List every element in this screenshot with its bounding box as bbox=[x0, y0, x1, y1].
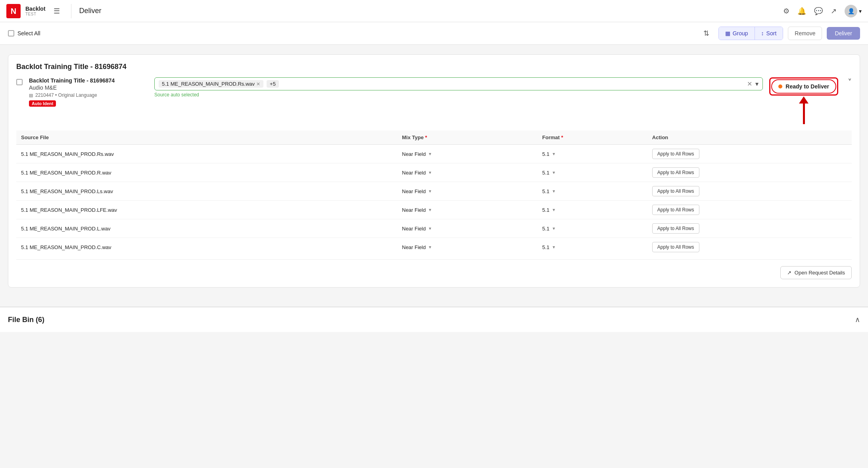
source-auto-text: Source auto selected bbox=[154, 92, 763, 98]
cell-format: 5.1 ▾ bbox=[538, 219, 647, 238]
toolbar: Select All ⇅ ▦ Group ↕ Sort Remove Deliv… bbox=[0, 22, 868, 45]
avatar-chevron-icon: ▾ bbox=[859, 8, 862, 14]
format-dropdown-icon[interactable]: ▾ bbox=[553, 170, 555, 175]
item-info: Backlot Training Title - 81696874 Audio … bbox=[29, 77, 148, 107]
file-bin-title: File Bin (6) bbox=[8, 316, 44, 324]
cell-format: 5.1 ▾ bbox=[538, 182, 647, 201]
format-dropdown-icon[interactable]: ▾ bbox=[553, 226, 555, 231]
apply-to-all-rows-button[interactable]: Apply to All Rows bbox=[652, 186, 699, 196]
apply-to-all-rows-button[interactable]: Apply to All Rows bbox=[652, 149, 699, 159]
notifications-icon[interactable]: 🔔 bbox=[797, 7, 806, 15]
apply-to-all-rows-button[interactable]: Apply to All Rows bbox=[652, 167, 699, 178]
cell-source-file: 5.1 ME_REASON_MAIN_PROD.Rs.wav bbox=[16, 145, 397, 163]
format-value: 5.1 bbox=[542, 188, 549, 194]
avatar: 👤 bbox=[845, 5, 857, 17]
format-dropdown-icon[interactable]: ▾ bbox=[553, 151, 555, 157]
table-row: 5.1 ME_REASON_MAIN_PROD.Rs.wav Near Fiel… bbox=[16, 145, 852, 163]
deliver-button[interactable]: Deliver bbox=[827, 27, 860, 40]
table-body: 5.1 ME_REASON_MAIN_PROD.Rs.wav Near Fiel… bbox=[16, 145, 852, 257]
open-details-label: Open Request Details bbox=[795, 270, 845, 276]
remove-label: Remove bbox=[795, 30, 815, 36]
mix-type-dropdown-icon[interactable]: ▾ bbox=[429, 244, 431, 250]
mix-type-dropdown-icon[interactable]: ▾ bbox=[429, 170, 431, 175]
apply-to-all-rows-button[interactable]: Apply to All Rows bbox=[652, 223, 699, 234]
logo-n: N bbox=[11, 7, 16, 15]
brand-sub: TEST bbox=[25, 12, 46, 16]
header-icons: ⚙ 🔔 💬 ↗ 👤 ▾ bbox=[783, 5, 862, 17]
select-all-checkbox[interactable] bbox=[8, 30, 14, 36]
item-type: Audio M&E bbox=[29, 84, 148, 91]
avatar-wrapper[interactable]: 👤 ▾ bbox=[845, 5, 862, 17]
mix-type-dropdown-icon[interactable]: ▾ bbox=[429, 226, 431, 231]
page-title: Deliver bbox=[79, 7, 102, 15]
table-row: 5.1 ME_REASON_MAIN_PROD.L.wav Near Field… bbox=[16, 219, 852, 238]
apply-to-all-rows-button[interactable]: Apply to All Rows bbox=[652, 205, 699, 215]
mix-type-dropdown-icon[interactable]: ▾ bbox=[429, 151, 431, 157]
hamburger-icon[interactable]: ☰ bbox=[50, 5, 63, 17]
cell-action: Apply to All Rows bbox=[647, 201, 852, 219]
table-footer: ↗ Open Request Details bbox=[16, 259, 852, 279]
expand-chevron-icon[interactable]: ˅ bbox=[848, 77, 852, 87]
item-checkbox[interactable] bbox=[16, 79, 23, 85]
format-value: 5.1 bbox=[542, 170, 549, 176]
mix-type-value: Near Field bbox=[402, 188, 426, 194]
chat-icon[interactable]: 💬 bbox=[814, 7, 823, 15]
mix-type-dropdown-icon[interactable]: ▾ bbox=[429, 188, 431, 194]
item-checkbox-wrapper bbox=[16, 79, 23, 85]
group-icon: ▦ bbox=[725, 30, 730, 36]
cell-mix-type: Near Field ▾ bbox=[397, 163, 538, 182]
remove-button[interactable]: Remove bbox=[788, 27, 822, 40]
cell-mix-type: Near Field ▾ bbox=[397, 201, 538, 219]
source-selector: 5.1 ME_REASON_MAIN_PROD.Rs.wav ✕ +5 ✕ ▾ … bbox=[154, 77, 763, 98]
logo-box: N bbox=[6, 4, 21, 18]
source-input[interactable]: 5.1 ME_REASON_MAIN_PROD.Rs.wav ✕ +5 ✕ ▾ bbox=[154, 77, 763, 90]
group-sort-buttons: ▦ Group ↕ Sort bbox=[718, 27, 784, 40]
arrow-shaft bbox=[803, 104, 805, 124]
source-clear-icon[interactable]: ✕ bbox=[747, 80, 752, 88]
annotation-arrow bbox=[799, 96, 808, 124]
settings-icon[interactable]: ⚙ bbox=[783, 7, 789, 15]
external-link-icon[interactable]: ↗ bbox=[831, 7, 837, 15]
table-row: 5.1 ME_REASON_MAIN_PROD.C.wav Near Field… bbox=[16, 238, 852, 257]
cell-source-file: 5.1 ME_REASON_MAIN_PROD.LFE.wav bbox=[16, 201, 397, 219]
cell-mix-type: Near Field ▾ bbox=[397, 219, 538, 238]
cell-format: 5.1 ▾ bbox=[538, 145, 647, 163]
source-plus-badge[interactable]: +5 bbox=[267, 80, 279, 88]
cell-action: Apply to All Rows bbox=[647, 238, 852, 257]
cell-action: Apply to All Rows bbox=[647, 219, 852, 238]
main-content: Backlot Training Title - 81696874 Backlo… bbox=[0, 45, 868, 307]
select-all-label: Select All bbox=[17, 30, 40, 36]
apply-to-all-rows-button[interactable]: Apply to All Rows bbox=[652, 242, 699, 252]
cell-source-file: 5.1 ME_REASON_MAIN_PROD.R.wav bbox=[16, 163, 397, 182]
mix-type-value: Near Field bbox=[402, 151, 426, 157]
file-bin-collapse-icon[interactable]: ∧ bbox=[855, 315, 860, 324]
format-dropdown-icon[interactable]: ▾ bbox=[553, 244, 555, 250]
item-meta-text: 2210447 • Original Language bbox=[35, 92, 97, 98]
source-dropdown-icon[interactable]: ▾ bbox=[755, 80, 759, 88]
source-tag-text: 5.1 ME_REASON_MAIN_PROD.Rs.wav bbox=[162, 81, 255, 87]
sort-label: Sort bbox=[766, 30, 777, 36]
filter-button[interactable]: ⇅ bbox=[699, 26, 714, 40]
select-all-wrapper[interactable]: Select All bbox=[8, 30, 40, 36]
cell-mix-type: Near Field ▾ bbox=[397, 145, 538, 163]
source-tag-close-icon[interactable]: ✕ bbox=[256, 81, 260, 87]
col-mix-type: Mix Type * bbox=[397, 130, 538, 145]
cell-format: 5.1 ▾ bbox=[538, 238, 647, 257]
section-title: Backlot Training Title - 81696874 bbox=[16, 63, 852, 71]
cell-format: 5.1 ▾ bbox=[538, 201, 647, 219]
format-dropdown-icon[interactable]: ▾ bbox=[553, 207, 555, 213]
col-action: Action bbox=[647, 130, 852, 145]
source-tag: 5.1 ME_REASON_MAIN_PROD.Rs.wav ✕ bbox=[159, 80, 263, 88]
mix-type-dropdown-icon[interactable]: ▾ bbox=[429, 207, 431, 213]
mix-type-value: Near Field bbox=[402, 207, 426, 213]
open-request-details-button[interactable]: ↗ Open Request Details bbox=[780, 266, 852, 279]
sort-button[interactable]: ↕ Sort bbox=[755, 27, 783, 40]
group-button[interactable]: ▦ Group bbox=[719, 27, 755, 40]
col-format: Format * bbox=[538, 130, 647, 145]
item-name: Backlot Training Title - 81696874 bbox=[29, 77, 148, 84]
external-icon: ↗ bbox=[787, 270, 791, 276]
item-meta: ▤ 2210447 • Original Language bbox=[29, 92, 148, 98]
cell-source-file: 5.1 ME_REASON_MAIN_PROD.L.wav bbox=[16, 219, 397, 238]
format-dropdown-icon[interactable]: ▾ bbox=[553, 188, 555, 194]
meta-icon: ▤ bbox=[29, 93, 33, 98]
